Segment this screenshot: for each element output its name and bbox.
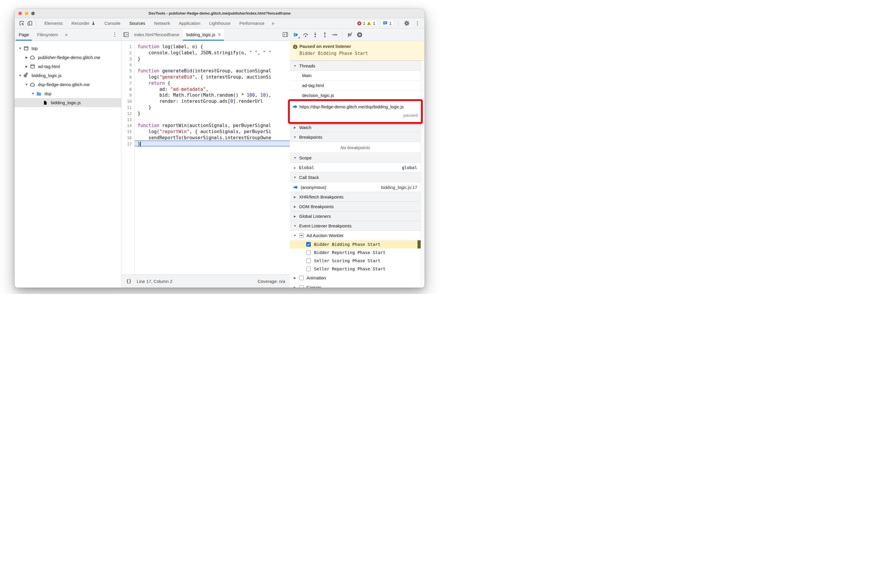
line-number[interactable]: 2 bbox=[122, 50, 134, 56]
code-line-12[interactable]: } bbox=[135, 111, 290, 117]
device-toolbar-icon[interactable] bbox=[26, 19, 34, 27]
line-number[interactable]: 17 bbox=[122, 141, 134, 147]
section-header-event-listener-breakpoints[interactable]: ▼Event Listener Breakpoints bbox=[290, 221, 421, 231]
line-number[interactable]: 16 bbox=[122, 135, 134, 141]
chevron-down-icon[interactable]: ▼ bbox=[18, 74, 22, 77]
line-number[interactable]: 6 bbox=[122, 74, 134, 80]
section-header-dom-breakpoints[interactable]: ▶DOM Breakpoints bbox=[290, 201, 421, 212]
open-panel-icon[interactable] bbox=[283, 32, 288, 37]
tab-network[interactable]: Network bbox=[150, 18, 174, 28]
section-header-threads[interactable]: ▼Threads bbox=[290, 61, 421, 70]
breakpoint-item-bidder-bidding-phase-start[interactable]: Bidder Bidding Phase Start bbox=[290, 240, 421, 249]
inspect-icon[interactable] bbox=[18, 19, 26, 27]
tab-application[interactable]: Application bbox=[174, 18, 205, 28]
more-navigator-tabs-button[interactable]: » bbox=[62, 32, 71, 38]
tree-item-bidding-logic-js[interactable]: bidding_logic.js bbox=[15, 98, 121, 107]
line-number-gutter[interactable]: 1234567891011121314151617 bbox=[122, 41, 135, 274]
checkbox-unchecked[interactable] bbox=[299, 276, 304, 280]
code-line-15[interactable]: log("reportWin", { auctionSignals, perBu… bbox=[135, 129, 290, 135]
code-line-10[interactable]: render: interestGroup.ads[0].renderUrl bbox=[135, 98, 290, 105]
line-number[interactable]: 1 bbox=[122, 44, 134, 50]
more-panels-button[interactable]: » bbox=[269, 21, 277, 26]
section-header-watch[interactable]: ▶Watch bbox=[290, 122, 421, 132]
breakpoint-category-animation[interactable]: ▶Animation bbox=[290, 273, 421, 283]
code-line-3[interactable]: } bbox=[135, 56, 290, 62]
chevron-right-icon[interactable]: ▶ bbox=[293, 286, 296, 288]
chevron-right-icon[interactable]: ▶ bbox=[293, 166, 296, 170]
chevron-down-icon[interactable]: ▼ bbox=[24, 83, 29, 86]
section-header-xhr-fetch-breakpoints[interactable]: ▶XHR/fetch Breakpoints bbox=[290, 192, 421, 202]
line-number[interactable]: 13 bbox=[122, 117, 134, 123]
line-number[interactable]: 12 bbox=[122, 111, 134, 117]
checkbox-indeterminate[interactable] bbox=[299, 233, 304, 238]
pause-on-exceptions-icon[interactable] bbox=[356, 31, 363, 39]
chevron-down-icon[interactable]: ▼ bbox=[293, 234, 296, 237]
scope-row-global[interactable]: ▶Globalglobal bbox=[290, 163, 421, 172]
breakpoint-item-seller-scoring-phase-start[interactable]: Seller Scoring Phase Start bbox=[290, 256, 421, 265]
tab-console[interactable]: Console bbox=[100, 18, 125, 28]
thread-item[interactable]: decision_logic.js bbox=[290, 90, 421, 100]
section-header-call-stack[interactable]: ▼Call Stack bbox=[290, 172, 421, 182]
line-number[interactable]: 8 bbox=[122, 86, 134, 93]
tab-elements[interactable]: Elements bbox=[40, 18, 67, 28]
navigator-tab-filesystem[interactable]: Filesystem bbox=[33, 28, 62, 40]
chevron-down-icon[interactable]: ▼ bbox=[18, 47, 22, 50]
tree-item-publisher-fledge-demo-glitch-me[interactable]: ▶publisher-fledge-demo.glitch.me bbox=[15, 53, 121, 62]
tree-item-dsp-fledge-demo-glitch-me[interactable]: ▼dsp-fledge-demo.glitch.me bbox=[15, 80, 121, 89]
collapse-navigator-icon[interactable] bbox=[123, 32, 129, 37]
code-line-9[interactable]: bid: Math.floor(Math.random() * 100, 10)… bbox=[135, 92, 290, 98]
tab-sources[interactable]: Sources bbox=[125, 18, 150, 28]
chevron-right-icon[interactable]: ▶ bbox=[24, 56, 29, 59]
resume-icon[interactable] bbox=[292, 31, 300, 39]
section-header-breakpoints[interactable]: ▼Breakpoints bbox=[290, 132, 421, 142]
breakpoint-item-seller-reporting-phase-start[interactable]: Seller Reporting Phase Start bbox=[290, 265, 421, 273]
breakpoint-item-bidder-reporting-phase-start[interactable]: Bidder Reporting Phase Start bbox=[290, 249, 421, 256]
tree-item-top[interactable]: ▼top bbox=[15, 44, 121, 53]
thread-item[interactable]: Main bbox=[290, 70, 421, 81]
tab-recorder[interactable]: Recorder bbox=[67, 18, 100, 28]
editor-tab-bidding-logic-js[interactable]: bidding_logic.js× bbox=[183, 28, 224, 40]
thread-item-current[interactable]: https://dsp-fledge-demo.glitch.me/dsp/bi… bbox=[290, 100, 421, 123]
checkbox-unchecked[interactable] bbox=[306, 250, 311, 255]
breakpoint-category-ad-auction-worklet[interactable]: ▼Ad Auction Worklet bbox=[290, 231, 421, 240]
code-line-13[interactable] bbox=[135, 117, 290, 123]
line-number[interactable]: 10 bbox=[122, 98, 134, 105]
step-icon[interactable] bbox=[331, 31, 338, 39]
settings-gear-icon[interactable] bbox=[403, 19, 411, 27]
editor-tab-index-html-fencedframe[interactable]: index.html?fencedframe bbox=[131, 28, 183, 40]
close-icon[interactable]: × bbox=[218, 32, 221, 38]
chevron-right-icon[interactable]: ▶ bbox=[24, 65, 29, 68]
line-number[interactable]: 9 bbox=[122, 92, 134, 98]
line-number[interactable]: 7 bbox=[122, 80, 134, 86]
tree-item-dsp[interactable]: ▼dsp bbox=[15, 89, 121, 98]
section-header-global-listeners[interactable]: ▶Global Listeners bbox=[290, 211, 421, 221]
deactivate-breakpoints-icon[interactable] bbox=[346, 31, 354, 39]
line-number[interactable]: 14 bbox=[122, 123, 134, 129]
line-number[interactable]: 5 bbox=[122, 68, 134, 74]
code-line-16[interactable]: sendReportTo(browserSignals.interestGrou… bbox=[135, 135, 290, 141]
thread-item[interactable]: ad-tag.html bbox=[290, 81, 421, 90]
checkbox-unchecked[interactable] bbox=[306, 258, 311, 263]
line-number[interactable]: 11 bbox=[122, 105, 134, 111]
pretty-print-button[interactable]: {} bbox=[126, 279, 131, 284]
code-line-14[interactable]: function reportWin(auctionSignals, perBu… bbox=[135, 123, 290, 129]
navigator-tab-page[interactable]: Page bbox=[15, 28, 33, 40]
line-number[interactable]: 4 bbox=[122, 62, 134, 68]
panel-scrollbar[interactable] bbox=[421, 61, 424, 288]
checkbox-unchecked[interactable] bbox=[306, 267, 311, 271]
chevron-down-icon[interactable]: ▼ bbox=[31, 92, 35, 95]
call-stack-frame[interactable]: (anonymous)bidding_logic.js:17 bbox=[290, 182, 421, 192]
section-header-scope[interactable]: ▼Scope bbox=[290, 153, 421, 163]
code-editor[interactable]: 1234567891011121314151617 function log(l… bbox=[122, 41, 290, 274]
code-line-7[interactable]: return { bbox=[135, 80, 290, 86]
code-line-6[interactable]: log("generateBid", { interestGroup, auct… bbox=[135, 74, 290, 80]
step-out-icon[interactable] bbox=[321, 31, 329, 39]
code-line-5[interactable]: function generateBid(interestGroup, auct… bbox=[135, 68, 290, 74]
tab-performance[interactable]: Performance bbox=[235, 18, 269, 28]
chevron-right-icon[interactable]: ▶ bbox=[293, 276, 296, 279]
code-line-4[interactable] bbox=[135, 62, 290, 68]
tree-item-ad-tag-html[interactable]: ▶ad-tag.html bbox=[15, 62, 121, 71]
line-number[interactable]: 3 bbox=[122, 56, 134, 62]
issues-badge[interactable]: 1 bbox=[380, 20, 394, 27]
code-line-8[interactable]: ad: "ad-metadata", bbox=[135, 86, 290, 93]
